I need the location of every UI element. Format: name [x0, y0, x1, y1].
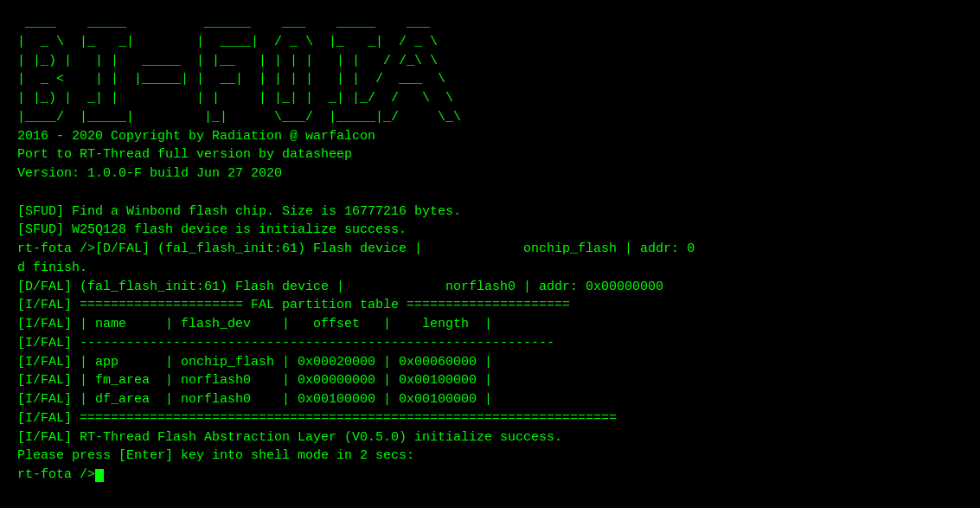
terminal-cursor: [95, 469, 104, 482]
terminal-output: ____ _____ ______ ___ _____ ___ | _ \ |_…: [9, 7, 980, 508]
terminal: ____ _____ ______ ___ _____ ___ | _ \ |_…: [0, 0, 980, 508]
